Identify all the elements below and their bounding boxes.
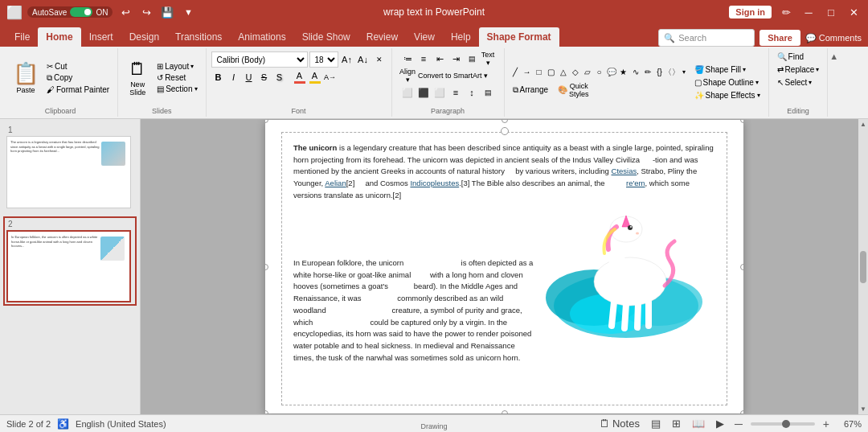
notes-btn[interactable]: 🗒 Notes [597,418,642,430]
layout-btn[interactable]: ⊞ Layout ▾ [154,61,200,72]
arrange-btn[interactable]: ⧉ Arrange [510,81,552,99]
accessibility-icon[interactable]: ♿ [57,418,69,430]
tab-animations[interactable]: Animations [230,27,293,47]
shape-outline-btn[interactable]: ▢ Shape Outline ▾ [691,77,764,88]
font-name-select[interactable]: Calibri (Body) [211,51,308,68]
comments-btn[interactable]: 💬 Comments [805,33,862,43]
col-layout-btn[interactable]: ▤ [465,51,479,66]
curve-shape[interactable]: ∿ [630,67,641,78]
line-shape[interactable]: ╱ [510,67,521,78]
zoom-minus-btn[interactable]: ─ [733,418,744,430]
line-spacing-btn[interactable]: ↕ [465,85,479,100]
tab-shape-format[interactable]: Shape Format [479,27,559,47]
ribbon-search[interactable]: 🔍 Search [658,29,755,47]
selection-rotate-handle[interactable] [501,127,509,135]
ribbon-collapse-btn[interactable]: ▲ [828,48,840,117]
paste-btn[interactable]: 📋 Paste [8,56,43,101]
slide-thumb-1[interactable]: 1 The unicorn is a legendary creature th… [3,122,137,212]
language[interactable]: English (United States) [76,419,166,429]
find-btn[interactable]: 🔍 Find [774,51,807,62]
tab-slideshow[interactable]: Slide Show [294,27,358,47]
shape-fill-btn[interactable]: 🪣 Shape Fill ▾ [691,64,764,75]
align-center-btn[interactable]: ⬛ [416,85,431,100]
text-dir-btn[interactable]: Text ▾ [481,51,495,66]
handle-ml[interactable] [265,264,268,270]
new-slide-btn[interactable]: 🗒 NewSlide [123,57,152,99]
handle-mr[interactable] [740,264,743,270]
reset-btn[interactable]: ↺ Reset [154,72,200,83]
increase-indent-btn[interactable]: ⇥ [448,51,463,66]
scroll-down-arrow[interactable]: ▼ [860,405,866,413]
format-painter-btn[interactable]: 🖌 Format Painter [43,84,113,95]
bullets-btn[interactable]: ≔ [400,51,415,66]
tab-view[interactable]: View [406,27,443,47]
callout-shape[interactable]: 💬 [606,67,617,78]
handle-tl[interactable] [265,120,268,123]
cut-btn[interactable]: ✂ Cut [43,61,113,72]
char-spacing-btn[interactable]: A→ [323,70,338,84]
font-color-btn[interactable]: A [293,70,307,84]
copy-btn[interactable]: ⧉ Copy [43,72,113,84]
close-btn[interactable]: ✕ [845,4,862,20]
reading-view-btn[interactable]: 📖 [690,418,707,430]
triangle-shape[interactable]: △ [558,67,569,78]
redo-btn[interactable]: ↪ [138,4,154,20]
bold-btn[interactable]: B [211,70,226,84]
signin-btn[interactable]: Sign in [729,6,772,19]
tab-insert[interactable]: Insert [81,27,121,47]
zoom-plus-btn[interactable]: + [821,418,831,430]
slide-sorter-btn[interactable]: ⊞ [669,418,683,430]
justify-btn[interactable]: ≡ [448,85,463,100]
para-spacing-btn[interactable]: ▤ [481,85,495,100]
slideshow-btn[interactable]: ▶ [714,418,727,430]
quick-styles-btn[interactable]: 🎨 Quick Styles [555,81,592,99]
autosave-toggle[interactable] [70,7,92,17]
tab-design[interactable]: Design [121,27,167,47]
freeform-shape[interactable]: ✏ [642,67,653,78]
tab-review[interactable]: Review [358,27,406,47]
section-btn[interactable]: ▤ Section ▾ [154,84,200,94]
clear-format-btn[interactable]: ✕ [372,52,387,67]
highlight-btn[interactable]: A [308,70,322,84]
handle-bl[interactable] [265,410,268,413]
replace-btn[interactable]: ⇄ Replace ▾ [774,64,823,75]
more-shapes[interactable]: ▾ [678,67,690,78]
oval-shape[interactable]: ○ [594,67,605,78]
align-right-btn[interactable]: ⬜ [432,85,447,100]
decrease-font-btn[interactable]: A↓ [356,52,371,67]
slide-thumb-2[interactable]: 2 In European folklore, the unicorn is o… [3,216,137,306]
restore-btn[interactable]: □ [823,4,839,20]
underline-btn[interactable]: U [242,70,256,84]
scroll-up-arrow[interactable]: ▲ [860,121,866,128]
increase-font-btn[interactable]: A↑ [340,52,354,67]
convert-smartart-btn[interactable]: Convert to SmartArt ▾ [416,68,489,83]
font-size-select[interactable]: 18 [309,51,338,68]
handle-tc[interactable] [502,120,508,123]
align-text-btn[interactable]: Align ▾ [400,68,415,83]
arrow-shape[interactable]: → [522,67,533,78]
italic-btn[interactable]: I [227,70,241,84]
customize-btn[interactable]: ▼ [180,4,196,20]
text-content-box[interactable]: The unicorn is a legendary creature that… [281,132,727,405]
right-scroll[interactable]: ▲ ▼ [858,119,868,414]
diamond-shape[interactable]: ◇ [570,67,581,78]
numbering-btn[interactable]: ≡ [416,51,431,66]
save-btn[interactable]: 💾 [159,4,175,20]
handle-bc[interactable] [502,410,508,413]
minimize-btn[interactable]: ─ [800,4,817,20]
share-btn[interactable]: Share [760,30,800,46]
align-left-btn[interactable]: ⬜ [400,85,415,100]
tab-home[interactable]: Home [38,27,80,47]
shadow-btn[interactable]: S [272,70,287,84]
tab-transitions[interactable]: Transitions [167,27,230,47]
zoom-level[interactable]: 67% [837,419,862,429]
brace-shape[interactable]: 〈〉 [666,67,678,78]
select-btn[interactable]: ↖ Select ▾ [774,77,816,88]
shape-effects-btn[interactable]: ✨ Shape Effects ▾ [691,90,764,101]
undo-btn[interactable]: ↩ [117,4,133,20]
parallelogram-shape[interactable]: ▱ [582,67,593,78]
star-shape[interactable]: ★ [618,67,629,78]
zoom-slider[interactable] [751,422,815,426]
rect-shape[interactable]: □ [534,67,545,78]
scroll-thumb[interactable] [860,251,866,283]
